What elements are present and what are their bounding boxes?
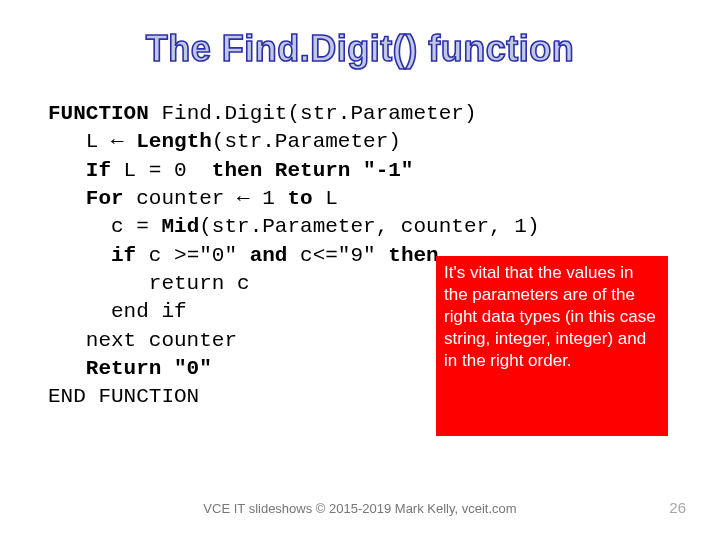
- slide: The Find.Digit() function FUNCTION Find.…: [0, 0, 720, 540]
- slide-title: The Find.Digit() function: [0, 28, 720, 70]
- code-text: c =: [48, 215, 161, 238]
- code-text: L: [48, 130, 111, 153]
- footer-text: VCE IT slideshows © 2015-2019 Mark Kelly…: [0, 501, 720, 516]
- code-text: Find.Digit(str.Parameter): [149, 102, 477, 125]
- kw-to: to: [287, 187, 312, 210]
- kw-mid: Mid: [161, 215, 199, 238]
- code-text: next counter: [48, 329, 237, 352]
- code-text: L = 0: [111, 159, 212, 182]
- arrow-left: ←: [237, 187, 250, 210]
- kw-if: if: [48, 244, 136, 267]
- code-text: L: [313, 187, 338, 210]
- kw-length: Length: [124, 130, 212, 153]
- kw-function: FUNCTION: [48, 102, 149, 125]
- page-number: 26: [669, 499, 686, 516]
- code-text: END FUNCTION: [48, 385, 199, 408]
- code-text: c<="9": [287, 244, 388, 267]
- code-text: c >="0": [136, 244, 249, 267]
- kw-and: and: [250, 244, 288, 267]
- kw-for: For: [48, 187, 124, 210]
- code-text: return c: [48, 272, 250, 295]
- code-text: 1: [250, 187, 288, 210]
- kw-return: Return "0": [48, 357, 212, 380]
- arrow-left: ←: [111, 130, 124, 153]
- code-text: counter: [124, 187, 237, 210]
- kw-if: If: [48, 159, 111, 182]
- kw-then: then: [388, 244, 438, 267]
- callout-box: It's vital that the values in the parame…: [436, 256, 668, 436]
- code-text: end if: [48, 300, 187, 323]
- kw-then-return: then Return "-1": [212, 159, 414, 182]
- code-text: (str.Parameter, counter, 1): [199, 215, 539, 238]
- code-text: (str.Parameter): [212, 130, 401, 153]
